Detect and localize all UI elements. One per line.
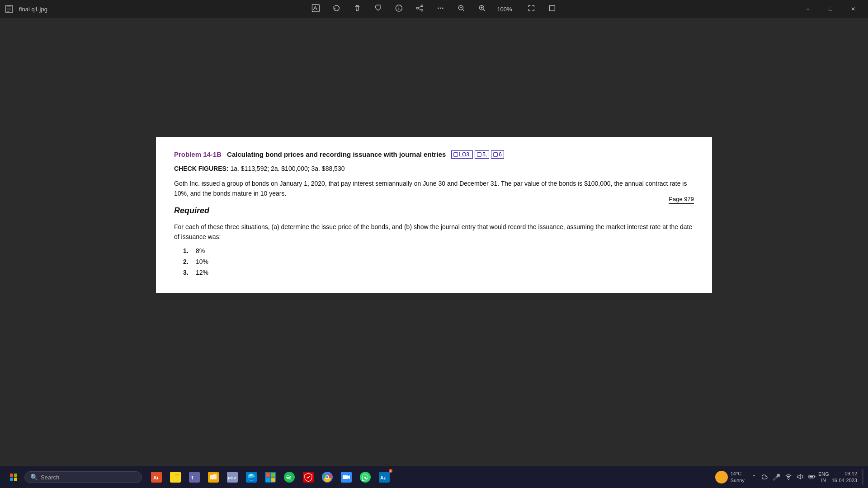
titlebar-toolbar: 100% [310, 2, 558, 16]
taskbar-app-whatsapp[interactable] [356, 468, 374, 486]
svg-rect-1 [312, 5, 319, 12]
history-icon[interactable] [330, 2, 342, 16]
page-reference: Page 979 [669, 196, 694, 204]
weather-temp: 14°C [731, 470, 745, 477]
required-heading: Required [174, 206, 694, 216]
search-text: Search [41, 474, 59, 481]
svg-point-43 [788, 479, 789, 480]
svg-point-38 [326, 476, 329, 479]
zoom-out-icon[interactable] [455, 2, 467, 16]
list-value-3: 12% [196, 269, 208, 276]
problem-number: Problem 14-1B [174, 150, 222, 158]
svg-point-7 [440, 8, 441, 9]
svg-point-8 [442, 8, 443, 9]
list-item: 1. 8% [183, 247, 694, 254]
list-value-1: 8% [196, 247, 205, 254]
titlebar-left: final q1.jpg [5, 5, 47, 14]
svg-point-4 [416, 7, 418, 9]
clock[interactable]: 09:12 16-04-2023 [832, 470, 857, 484]
taskbar-app-store[interactable] [261, 468, 279, 486]
language-indicator: ENG IN [818, 471, 829, 484]
check-figures: CHECK FIGURES: 1a. $113,592; 2a. $100,00… [174, 165, 694, 172]
list-num-2: 2. [183, 258, 192, 265]
taskbar-app-mcafee[interactable] [299, 468, 317, 486]
taskbar-app-viewer[interactable]: Ai [147, 468, 165, 486]
weather-info: 14°C Sunny [731, 470, 745, 484]
zoom-in-icon[interactable] [476, 2, 488, 16]
taskbar-apps: Ai T [147, 468, 393, 486]
svg-rect-16 [14, 474, 17, 477]
wifi-icon[interactable] [785, 473, 792, 482]
problem-title: Calculating bond prices and recording is… [227, 150, 446, 158]
svg-rect-29 [266, 473, 270, 477]
mic-icon[interactable]: 🎤 [773, 474, 780, 481]
titlebar: final q1.jpg [0, 0, 868, 18]
lo-badges: LO3, 5, 6 [451, 150, 504, 159]
list-item: 2. 10% [183, 258, 694, 265]
taskbar-app-files[interactable] [204, 468, 222, 486]
taskbar-app-chrome[interactable] [318, 468, 336, 486]
more-icon[interactable] [434, 2, 446, 16]
trash-icon[interactable] [351, 2, 363, 16]
lo5-badge: 5, [475, 150, 489, 159]
svg-point-3 [421, 5, 423, 7]
windowed-icon[interactable] [547, 2, 558, 16]
svg-rect-18 [14, 478, 17, 481]
svg-rect-45 [809, 476, 813, 477]
battery-icon[interactable] [808, 473, 816, 482]
taskbar-app-zoom[interactable] [337, 468, 355, 486]
app-icon [5, 5, 14, 14]
heart-icon[interactable] [372, 2, 384, 16]
svg-text:Az: Az [380, 475, 386, 480]
lo6-badge: 6 [491, 150, 504, 159]
sync-icon[interactable] [761, 473, 768, 482]
zoom-level: 100% [497, 6, 512, 13]
taskbar-app-explorer[interactable] [166, 468, 184, 486]
titlebar-window-controls: − □ ✕ [797, 2, 863, 16]
problem-header: Problem 14-1B Calculating bond prices an… [174, 150, 694, 159]
share-icon[interactable] [414, 2, 425, 16]
svg-rect-17 [10, 478, 13, 481]
weather-widget: 14°C Sunny [715, 470, 745, 484]
svg-point-6 [438, 8, 439, 9]
taskbar-app-teams[interactable]: T [185, 468, 203, 486]
start-button[interactable] [5, 468, 23, 486]
list-value-2: 10% [196, 258, 208, 265]
filename: final q1.jpg [19, 6, 47, 13]
document-page: Problem 14-1B Calculating bond prices an… [156, 137, 712, 294]
weather-icon [715, 471, 728, 483]
list-num-3: 3. [183, 269, 192, 276]
show-desktop-button[interactable] [862, 469, 863, 485]
fullscreen-icon[interactable] [526, 2, 538, 16]
svg-rect-32 [271, 478, 275, 482]
search-bar[interactable]: 🔍 Search [24, 471, 142, 483]
taskbar-app-adobe[interactable]: Az 1 [375, 468, 393, 486]
annotate-icon[interactable] [310, 2, 321, 16]
taskbar-app-spotify[interactable] [280, 468, 298, 486]
taskbar-app-edge[interactable] [242, 468, 260, 486]
check-figures-values: 1a. $113,592; 2a. $100,000; 3a. $88,530 [230, 165, 344, 172]
close-button[interactable]: ✕ [843, 2, 863, 16]
svg-rect-14 [494, 152, 498, 156]
numbered-list: 1. 8% 2. 10% 3. 12% [174, 247, 694, 276]
search-icon: 🔍 [30, 474, 38, 481]
taskbar: 🔍 Search Ai T [0, 466, 868, 488]
time-display: 09:12 [832, 470, 857, 477]
svg-rect-12 [454, 152, 458, 156]
svg-text:PHP: PHP [228, 476, 236, 480]
minimize-button[interactable]: − [797, 2, 818, 16]
info-icon[interactable] [393, 2, 405, 16]
check-figures-label: CHECK FIGURES: [174, 165, 229, 172]
maximize-button[interactable]: □ [820, 2, 841, 16]
lo3-badge: LO3, [451, 150, 473, 159]
instruction-text: For each of these three situations, (a) … [174, 222, 694, 242]
svg-rect-13 [477, 152, 481, 156]
expand-tray-icon[interactable]: ⌃ [752, 474, 756, 480]
svg-rect-31 [266, 478, 270, 482]
svg-point-5 [421, 9, 423, 11]
main-content: Problem 14-1B Calculating bond prices an… [0, 18, 868, 466]
volume-icon[interactable] [797, 473, 804, 482]
taskbar-app-ide[interactable]: PHP [223, 468, 241, 486]
svg-text:T: T [191, 475, 194, 480]
taskbar-right: 14°C Sunny ⌃ 🎤 [715, 469, 863, 485]
